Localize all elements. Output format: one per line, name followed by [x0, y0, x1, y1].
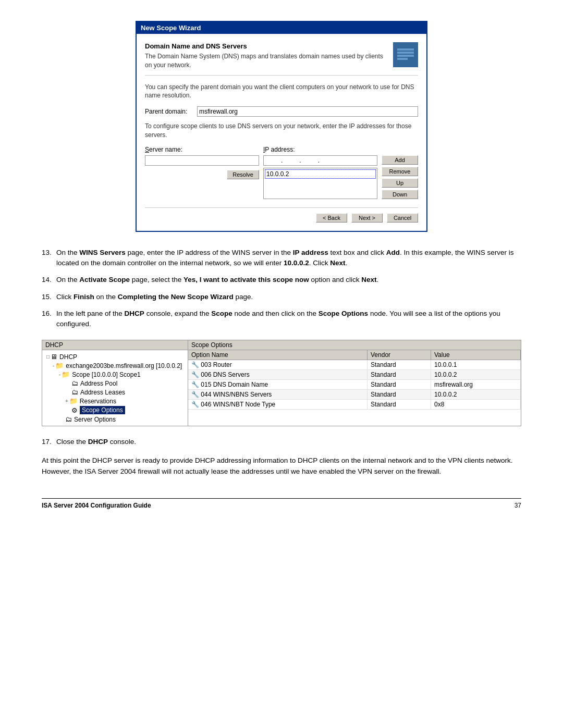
dhcp-left-title: DHCP	[42, 340, 188, 350]
expand-icon: -	[53, 363, 54, 368]
option-name: 🔧 003 Router	[188, 360, 368, 370]
instruction-13: 13. On the WINS Servers page, enter the …	[42, 248, 521, 269]
ip-address-col-label: IP address:	[263, 146, 377, 153]
ip-address-input[interactable]: . . .	[263, 155, 377, 166]
pool-icon: 🗂	[71, 379, 78, 387]
tree-item-address-leases[interactable]: 🗂 Address Leases	[65, 388, 186, 397]
option-value: 0x8	[431, 400, 520, 410]
expand-icon: □	[46, 354, 50, 360]
folder-icon: 📁	[62, 371, 70, 378]
option-vendor: Standard	[368, 400, 431, 410]
dialog-header-title: Domain Name and DNS Servers	[145, 42, 387, 50]
expand-icon: -	[59, 372, 60, 377]
tree-item-address-pool[interactable]: 🗂 Address Pool	[65, 379, 186, 388]
svg-rect-2	[397, 52, 414, 54]
svg-rect-4	[397, 58, 408, 60]
col-header-vendor: Vendor	[368, 350, 431, 360]
scope-options-icon: ⚙	[71, 406, 78, 414]
table-row: 🔧 003 Router Standard 10.0.0.1	[188, 360, 521, 370]
tree-label: Server Options	[74, 416, 116, 423]
new-scope-wizard-dialog: New Scope Wizard Domain Name and DNS Ser…	[136, 21, 427, 232]
tree-label: Reservations	[80, 398, 116, 405]
remove-button[interactable]: Remove	[382, 167, 418, 176]
svg-rect-3	[397, 55, 414, 57]
tree-label: Address Leases	[80, 389, 125, 396]
instruction-14: 14. On the Activate Scope page, select t…	[42, 275, 521, 285]
option-value: 10.0.0.2	[431, 390, 520, 400]
dialog-titlebar: New Scope Wizard	[137, 22, 426, 34]
option-vendor: Standard	[368, 390, 431, 400]
tree-item-dhcp[interactable]: □ 🖥 DHCP	[46, 352, 186, 361]
footer-title: ISA Server 2004 Configuration Guide	[42, 502, 151, 509]
server-name-col-label: Server name:	[145, 146, 259, 153]
dhcp-tree: □ 🖥 DHCP - 📁 exchange2003be.msfirewall.o…	[42, 350, 188, 426]
page-footer: ISA Server 2004 Configuration Guide 37	[42, 498, 521, 509]
dns-icon	[393, 42, 418, 67]
server-options-icon: 🗂	[65, 415, 72, 423]
ip-list-item[interactable]: 10.0.0.2	[265, 169, 376, 179]
dhcp-right-title: Scope Options	[188, 340, 521, 350]
option-name: 🔧 046 WINS/NBT Node Type	[188, 400, 368, 410]
reservations-icon: 📁	[69, 397, 78, 405]
parent-domain-label: Parent domain:	[145, 108, 197, 115]
leases-icon: 🗂	[71, 388, 78, 396]
option-name: 🔧 015 DNS Domain Name	[188, 380, 368, 390]
closing-paragraph: At this point the DHCP server is ready t…	[42, 455, 521, 477]
tree-item-scope[interactable]: - 📁 Scope [10.0.0.0] Scope1	[59, 370, 186, 379]
instruction-15: 15. Click Finish on the Completing the N…	[42, 292, 521, 302]
table-row: 🔧 015 DNS Domain Name Standard msfirewal…	[188, 380, 521, 390]
dialog-header-desc: The Domain Name System (DNS) maps and tr…	[145, 52, 387, 70]
instructions-section: 13. On the WINS Servers page, enter the …	[42, 248, 521, 330]
table-row: 🔧 046 WINS/NBT Node Type Standard 0x8	[188, 400, 521, 410]
tree-label: exchange2003be.msfirewall.org [10.0.0.2]	[66, 362, 182, 369]
option-vendor: Standard	[368, 370, 431, 380]
ip-action-buttons: Add Remove Up Down	[382, 155, 418, 199]
tree-item-server-options[interactable]: 🗂 Server Options	[59, 415, 186, 424]
up-button[interactable]: Up	[382, 178, 418, 188]
computer-icon: 🖥	[51, 353, 57, 361]
dialog-title: New Scope Wizard	[141, 24, 201, 32]
col-header-value: Value	[431, 350, 520, 360]
folder-icon: 📁	[55, 362, 64, 369]
section1-text: You can specify the parent domain you wa…	[145, 83, 418, 101]
dhcp-right-pane: Scope Options Option Name Vendor Value 🔧…	[188, 340, 521, 426]
option-name: 🔧 044 WINS/NBNS Servers	[188, 390, 368, 400]
next-button[interactable]: Next >	[351, 213, 383, 223]
ip-seg3[interactable]	[302, 157, 317, 164]
tree-label: Scope Options	[80, 406, 125, 414]
server-name-input[interactable]	[145, 155, 259, 166]
col-header-name: Option Name	[188, 350, 368, 360]
ip-list-box[interactable]: 10.0.0.2	[263, 168, 377, 199]
tree-item-reservations[interactable]: + 📁 Reservations	[65, 397, 186, 405]
back-button[interactable]: < Back	[316, 213, 347, 223]
option-vendor: Standard	[368, 360, 431, 370]
resolve-button[interactable]: Resolve	[227, 170, 259, 179]
add-button[interactable]: Add	[382, 155, 418, 165]
option-name: 🔧 006 DNS Servers	[188, 370, 368, 380]
option-value: msfirewall.org	[431, 380, 520, 390]
svg-rect-1	[397, 48, 414, 51]
option-value: 10.0.0.1	[431, 360, 520, 370]
dhcp-console: DHCP □ 🖥 DHCP - 📁 exchange2003be.msfirew…	[42, 340, 521, 426]
parent-domain-input[interactable]	[197, 106, 418, 117]
ip-seg1[interactable]	[265, 157, 280, 164]
down-button[interactable]: Down	[382, 190, 418, 199]
instruction-17: 17. Close the DHCP console.	[42, 437, 521, 447]
cancel-button[interactable]: Cancel	[387, 213, 418, 223]
scope-options-table: Option Name Vendor Value 🔧 003 Router St…	[188, 350, 521, 410]
ip-seg2[interactable]	[284, 157, 298, 164]
tree-item-scope-options[interactable]: ⚙ Scope Options	[65, 405, 186, 415]
option-vendor: Standard	[368, 380, 431, 390]
tree-item-exchange[interactable]: - 📁 exchange2003be.msfirewall.org [10.0.…	[53, 361, 186, 370]
option-value: 10.0.0.2	[431, 370, 520, 380]
expand-icon: +	[65, 398, 68, 404]
section2-text: To configure scope clients to use DNS se…	[145, 122, 418, 140]
ip-seg4[interactable]	[321, 157, 335, 164]
dhcp-left-pane: DHCP □ 🖥 DHCP - 📁 exchange2003be.msfirew…	[42, 340, 188, 426]
page-number: 37	[515, 502, 521, 509]
instruction-16: 16. In the left pane of the DHCP console…	[42, 309, 521, 330]
table-row: 🔧 006 DNS Servers Standard 10.0.0.2	[188, 370, 521, 380]
tree-label: DHCP	[59, 353, 77, 361]
tree-label: Address Pool	[80, 380, 117, 387]
tree-label: Scope [10.0.0.0] Scope1	[72, 371, 140, 378]
